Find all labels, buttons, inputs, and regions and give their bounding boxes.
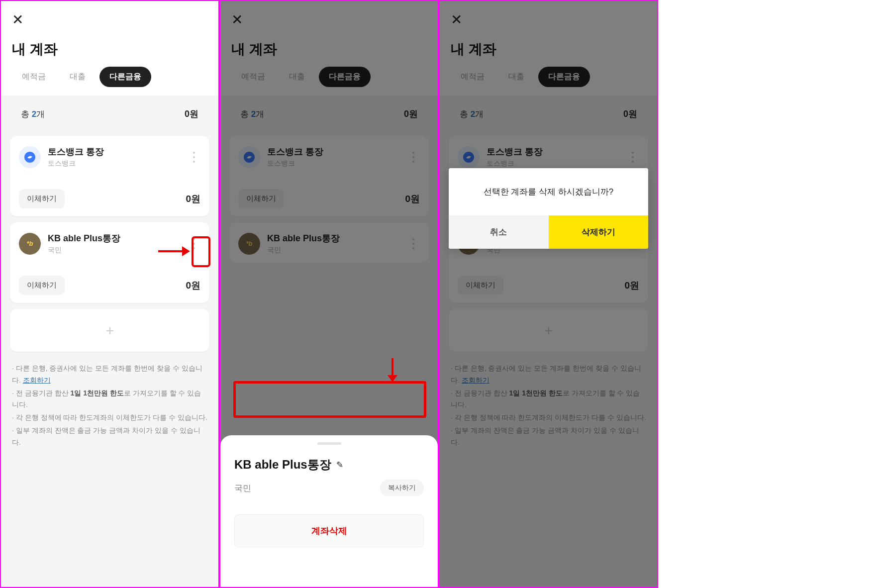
annotation-arrow-icon (386, 357, 399, 382)
account-name: 토스뱅크 통장 (48, 146, 181, 158)
account-bank-label: 토스뱅크 (48, 159, 181, 168)
lookup-link[interactable]: 조회하기 (23, 376, 51, 384)
summary-card: 총 2개 0원 (229, 98, 429, 130)
summary-amount: 0원 (404, 108, 418, 120)
svg-point-3 (244, 152, 255, 163)
account-name: 토스뱅크 통장 (487, 146, 619, 158)
summary-card: 총 2개 0원 (449, 98, 648, 130)
footer-notes: · 다른 은행, 증권사에 있는 모든 계좌를 한번에 찾을 수 있습니다. 조… (1, 363, 218, 449)
screen-3: ✕ 내 계좌 예적금 대출 다른금융 총 2개 0원 토스뱅크 통장 토스뱅크 (439, 0, 658, 588)
more-icon[interactable] (626, 149, 639, 166)
more-icon[interactable] (188, 235, 200, 252)
tab-loans[interactable]: 대출 (279, 67, 315, 87)
transfer-button[interactable]: 이체하기 (458, 276, 503, 295)
summary-count: 총 2개 (240, 108, 264, 120)
page-title: 내 계좌 (1, 31, 218, 67)
tabs: 예적금 대출 다른금융 (1, 67, 218, 98)
summary-amount: 0원 (185, 108, 198, 120)
transfer-button[interactable]: 이체하기 (19, 189, 65, 208)
account-card-kb: *b KB able Plus통장 국민 이체하기 0원 (10, 222, 209, 303)
screen-1: ✕ 내 계좌 예적금 대출 다른금융 총 2개 0원 토스뱅크 통장 토스뱅크 (0, 0, 219, 588)
dialog-message: 선택한 계좌를 삭제 하시겠습니까? (449, 168, 648, 215)
add-account-button[interactable]: ＋ (449, 309, 648, 352)
svg-point-6 (463, 152, 474, 163)
account-balance: 0원 (186, 279, 200, 292)
more-icon[interactable] (188, 149, 200, 166)
account-card-kb: *b KB able Plus통장 국민 (229, 222, 429, 263)
kb-bank-icon: *b (238, 233, 260, 255)
tabs: 예적금 대출 다른금융 (220, 67, 438, 98)
tab-other-finance[interactable]: 다른금융 (99, 67, 151, 87)
account-name: KB able Plus통장 (48, 232, 181, 244)
plus-icon: ＋ (103, 321, 117, 340)
screen-2: ✕ 내 계좌 예적금 대출 다른금융 총 2개 0원 토스뱅크 통장 토스뱅크 (219, 0, 439, 588)
sheet-bank-label: 국민 (234, 483, 251, 494)
account-bank-label: 토스뱅크 (267, 159, 400, 168)
plus-icon: ＋ (542, 321, 556, 340)
tab-deposits[interactable]: 예적금 (231, 67, 275, 87)
toss-bank-icon (458, 146, 480, 168)
add-account-button[interactable]: ＋ (10, 309, 209, 352)
account-bank-label: 국민 (267, 246, 400, 255)
tab-deposits[interactable]: 예적금 (12, 67, 56, 87)
summary-count: 총 2개 (460, 108, 484, 120)
toss-bank-icon (19, 146, 41, 168)
close-icon[interactable]: ✕ (451, 13, 462, 27)
close-icon[interactable]: ✕ (231, 13, 243, 27)
edit-icon[interactable]: ✎ (336, 460, 343, 470)
sheet-handle[interactable] (317, 442, 341, 445)
account-balance: 0원 (624, 279, 639, 292)
account-card-toss: 토스뱅크 통장 토스뱅크 이체하기 0원 (229, 136, 429, 216)
summary-amount: 0원 (623, 108, 637, 120)
cancel-button[interactable]: 취소 (449, 215, 549, 249)
copy-button[interactable]: 복사하기 (380, 480, 424, 496)
account-balance: 0원 (405, 193, 420, 205)
bottom-sheet: KB able Plus통장 ✎ 국민 복사하기 계좌삭제 (220, 435, 438, 587)
delete-account-button[interactable]: 계좌삭제 (234, 514, 424, 547)
account-bank-label: 국민 (48, 246, 181, 255)
account-card-toss: 토스뱅크 통장 토스뱅크 이체하기 0원 (10, 136, 209, 216)
lookup-link[interactable]: 조회하기 (462, 376, 489, 384)
tabs: 예적금 대출 다른금융 (440, 67, 657, 98)
annotation-redbox (233, 381, 426, 418)
page-title: 내 계좌 (440, 31, 657, 67)
more-icon[interactable] (407, 149, 420, 166)
account-balance: 0원 (186, 193, 200, 205)
confirm-dialog: 선택한 계좌를 삭제 하시겠습니까? 취소 삭제하기 (449, 168, 648, 249)
tab-loans[interactable]: 대출 (60, 67, 96, 87)
transfer-button[interactable]: 이체하기 (19, 276, 65, 295)
tab-loans[interactable]: 대출 (498, 67, 534, 87)
summary-card: 총 2개 0원 (10, 98, 209, 130)
toss-bank-icon (238, 146, 260, 168)
page-title: 내 계좌 (220, 31, 438, 67)
transfer-button[interactable]: 이체하기 (238, 189, 284, 208)
kb-bank-icon: *b (19, 233, 41, 255)
close-icon[interactable]: ✕ (12, 13, 23, 27)
footer-notes: · 다른 은행, 증권사에 있는 모든 계좌를 한번에 찾을 수 있습니다. 조… (440, 363, 657, 449)
account-name: 토스뱅크 통장 (267, 146, 400, 158)
tab-deposits[interactable]: 예적금 (451, 67, 494, 87)
account-bank-label: 토스뱅크 (487, 159, 619, 168)
more-icon[interactable] (407, 235, 420, 252)
tab-other-finance[interactable]: 다른금융 (319, 67, 371, 87)
confirm-delete-button[interactable]: 삭제하기 (549, 215, 649, 249)
svg-marker-5 (388, 375, 397, 382)
sheet-title: KB able Plus통장 (234, 457, 331, 473)
account-name: KB able Plus통장 (267, 232, 400, 244)
tab-other-finance[interactable]: 다른금융 (538, 67, 590, 87)
summary-count: 총 2개 (21, 108, 45, 120)
